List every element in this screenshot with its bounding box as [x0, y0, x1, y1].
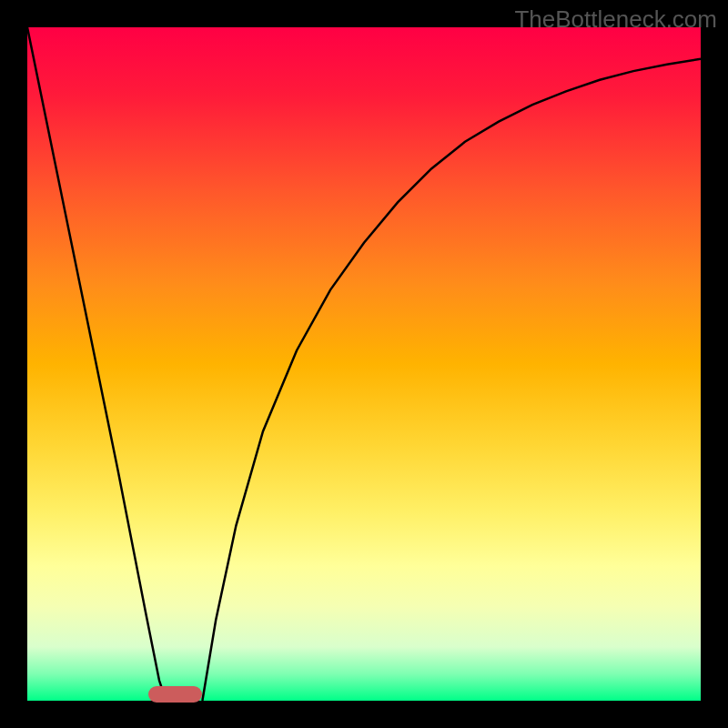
curve-left-branch — [27, 27, 166, 701]
bottleneck-marker — [148, 686, 202, 703]
curve-right-branch — [202, 59, 701, 701]
watermark-text: TheBottleneck.com — [514, 5, 717, 34]
chart-plot-area — [27, 27, 701, 701]
chart-curves-svg — [27, 27, 701, 701]
